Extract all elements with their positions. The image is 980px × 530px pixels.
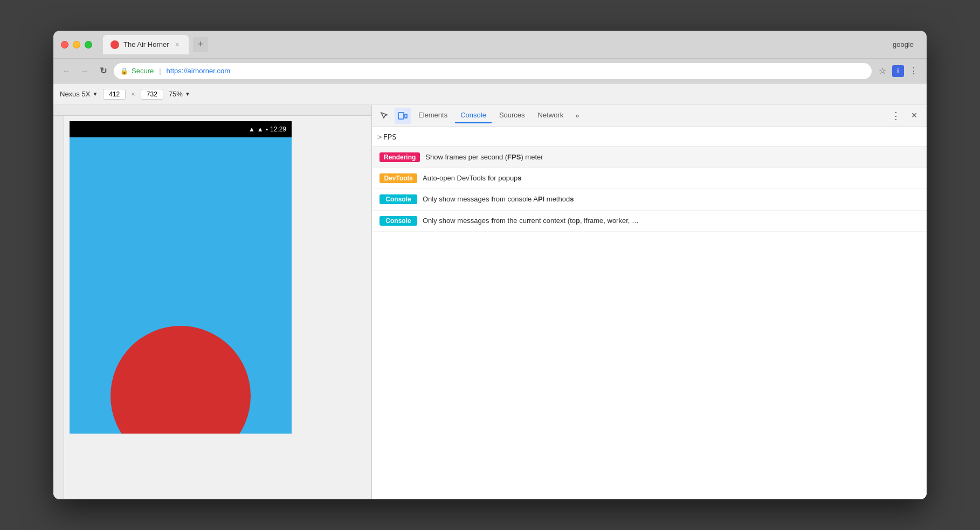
- autocomplete-item-1[interactable]: DevTools Auto-open DevTools for popups: [372, 168, 927, 189]
- reload-button[interactable]: ↻: [95, 64, 111, 79]
- address-separator: |: [159, 67, 161, 75]
- tab-sources[interactable]: Sources: [494, 108, 530, 123]
- devtools-menu-button[interactable]: ⋮: [888, 108, 904, 124]
- minimize-button[interactable]: [73, 41, 80, 48]
- tab-network[interactable]: Network: [533, 108, 569, 123]
- address-url: https://airhorner.com: [167, 67, 231, 75]
- address-bar-actions: ☆ i ⋮: [875, 64, 921, 79]
- autocomplete-text-2: Only show messages from console API meth…: [423, 194, 574, 204]
- device-screen-area: ▲ ▲ ▪ 12:29: [64, 116, 371, 499]
- horizontal-ruler: [53, 105, 371, 116]
- badge-devtools-1: DevTools: [379, 173, 417, 183]
- device-dropdown-icon: ▼: [92, 91, 98, 97]
- browser-window: The Air Horner × + google ← → ↻ 🔒 Secure…: [53, 31, 927, 499]
- tab-elements[interactable]: Elements: [413, 108, 453, 123]
- new-tab-button[interactable]: +: [193, 37, 208, 52]
- zoom-label: 75%: [169, 90, 183, 98]
- device-toolbar: Nexus 5X ▼ × 75% ▼: [53, 83, 927, 105]
- svg-rect-1: [405, 114, 407, 118]
- device-app-area: [70, 137, 292, 434]
- secure-icon: 🔒: [120, 67, 128, 75]
- address-bar-row: ← → ↻ 🔒 Secure | https://airhorner.com ☆…: [53, 59, 927, 83]
- more-tabs-button[interactable]: »: [571, 108, 583, 123]
- devtools-close-button[interactable]: ×: [906, 108, 922, 124]
- browser-viewport: ▲ ▲ ▪ 12:29: [53, 105, 371, 499]
- badge-rendering-0: Rendering: [379, 152, 420, 162]
- devtools-panel: Elements Console Sources Network » ⋮ × >…: [371, 105, 927, 499]
- devtools-toolbar-right: ⋮ ×: [888, 108, 922, 124]
- extension-button[interactable]: i: [892, 65, 904, 77]
- maximize-button[interactable]: [85, 41, 92, 48]
- tab-title: The Air Horner: [123, 40, 169, 48]
- traffic-lights: [61, 41, 92, 48]
- air-horner-button[interactable]: [111, 326, 251, 434]
- wifi-icon: ▲: [249, 125, 255, 133]
- close-button[interactable]: [61, 41, 68, 48]
- device-name-label: Nexus 5X: [60, 90, 90, 98]
- autocomplete-item-2[interactable]: Console Only show messages from console …: [372, 189, 927, 210]
- autocomplete-text-1: Auto-open DevTools for popups: [423, 173, 522, 183]
- tab-close-icon[interactable]: ×: [174, 41, 181, 48]
- badge-console-2: Console: [379, 194, 417, 204]
- badge-console-3: Console: [379, 216, 417, 226]
- device-selector[interactable]: Nexus 5X ▼: [60, 90, 98, 98]
- width-input[interactable]: [103, 89, 126, 100]
- autocomplete-list: Rendering Show frames per second (FPS) m…: [372, 147, 927, 499]
- console-input[interactable]: FPS: [383, 132, 396, 141]
- height-input[interactable]: [141, 89, 163, 100]
- autocomplete-text-3: Only show messages from the current cont…: [423, 216, 639, 226]
- console-prompt: >: [377, 132, 382, 141]
- browser-tab[interactable]: The Air Horner ×: [103, 35, 189, 54]
- secure-label: Secure: [132, 67, 154, 75]
- autocomplete-item-0[interactable]: Rendering Show frames per second (FPS) m…: [372, 147, 927, 168]
- autocomplete-item-3[interactable]: Console Only show messages from the curr…: [372, 211, 927, 232]
- dimension-separator: ×: [131, 90, 135, 98]
- battery-icon: ▪: [266, 125, 268, 133]
- title-bar: The Air Horner × + google: [53, 31, 927, 59]
- device-screen: ▲ ▲ ▪ 12:29: [70, 121, 292, 434]
- main-content: ▲ ▲ ▪ 12:29: [53, 105, 927, 499]
- zoom-dropdown-icon: ▼: [185, 91, 190, 97]
- ruler-v-container: ▲ ▲ ▪ 12:29: [53, 116, 371, 499]
- search-query-display: google: [893, 40, 914, 48]
- svg-rect-0: [398, 113, 404, 119]
- autocomplete-text-0: Show frames per second (FPS) meter: [425, 152, 543, 162]
- device-status-bar: ▲ ▲ ▪ 12:29: [70, 121, 292, 137]
- chrome-menu-button[interactable]: ⋮: [906, 64, 921, 79]
- vertical-ruler: [53, 116, 64, 499]
- bookmark-button[interactable]: ☆: [875, 64, 890, 79]
- inspect-element-button[interactable]: [376, 108, 392, 124]
- tab-favicon: [111, 40, 119, 49]
- zoom-selector[interactable]: 75% ▼: [169, 90, 190, 98]
- forward-button[interactable]: →: [77, 64, 92, 79]
- tab-area: The Air Horner × +: [103, 35, 893, 54]
- console-search-bar[interactable]: > FPS: [372, 127, 927, 147]
- device-emulation-button[interactable]: [395, 108, 411, 124]
- signal-icon: ▲: [257, 125, 264, 133]
- devtools-toolbar: Elements Console Sources Network » ⋮ ×: [372, 105, 927, 127]
- address-bar[interactable]: 🔒 Secure | https://airhorner.com: [114, 63, 872, 79]
- time-display: 12:29: [270, 125, 286, 133]
- tab-console[interactable]: Console: [455, 108, 492, 123]
- back-button[interactable]: ←: [59, 64, 74, 79]
